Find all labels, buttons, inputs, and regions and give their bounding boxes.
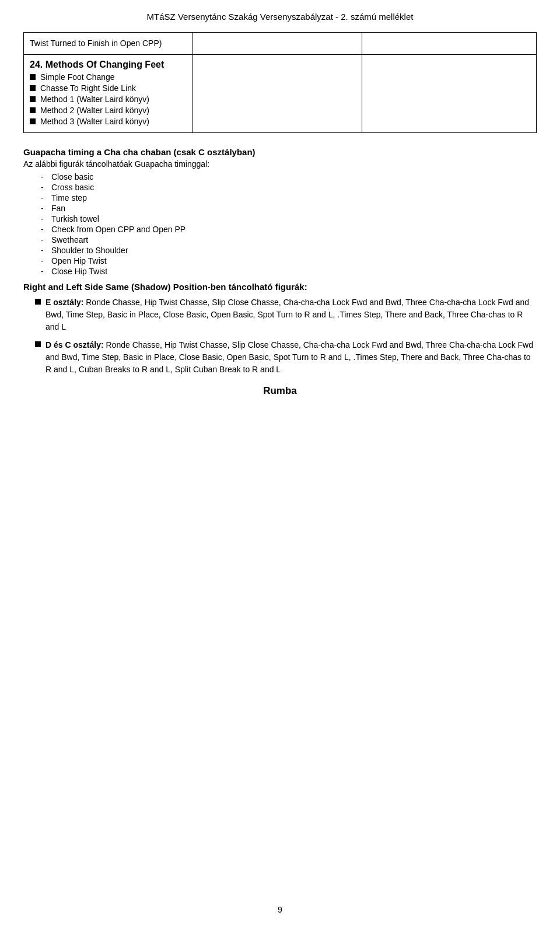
- list-item-4: Method 2 (Walter Laird könyv): [30, 106, 187, 115]
- bullet-section-e: E osztály: Ronde Chasse, Hip Twist Chass…: [35, 296, 537, 376]
- page-header: MTáSZ Versenytánc Szakág Versenyszabályz…: [23, 12, 537, 22]
- guapacha-item-4: Fan: [41, 204, 537, 213]
- page-number: 9: [278, 905, 282, 914]
- list-item-2: Chasse To Right Side Link: [30, 83, 187, 93]
- guapacha-section: Guapacha timing a Cha cha chaban (csak C…: [23, 147, 537, 276]
- table-row-top: Twist Turned to Finish in Open CPP): [24, 33, 537, 55]
- table-row-methods: 24. Methods Of Changing Feet Simple Foot…: [24, 55, 537, 133]
- bullet-icon-5: [30, 118, 36, 124]
- table-cell-methods-right: [362, 55, 537, 133]
- list-item-1: Simple Foot Change: [30, 72, 187, 82]
- table-cell-methods: 24. Methods Of Changing Feet Simple Foot…: [24, 55, 193, 133]
- guapacha-item-6: Check from Open CPP and Open PP: [41, 225, 537, 234]
- shadow-title: Right and Left Side Same (Shadow) Positi…: [23, 282, 537, 292]
- guapacha-item-1: Close basic: [41, 172, 537, 181]
- e-osztaly-text: Ronde Chasse, Hip Twist Chasse, Slip Clo…: [46, 298, 529, 331]
- d-c-osztaly-text: Ronde Chasse, Hip Twist Chasse, Slip Clo…: [46, 340, 533, 374]
- e-osztaly-para: E osztály: Ronde Chasse, Hip Twist Chass…: [35, 296, 537, 333]
- section-title: 24. Methods Of Changing Feet: [30, 60, 187, 70]
- guapacha-item-9: Open Hip Twist: [41, 256, 537, 265]
- bullet-icon-dc: [35, 341, 41, 347]
- twist-text: Twist Turned to Finish in Open CPP): [30, 37, 187, 50]
- guapacha-title: Guapacha timing a Cha cha chaban (csak C…: [23, 147, 537, 157]
- table-cell-top-left: Twist Turned to Finish in Open CPP): [24, 33, 193, 55]
- e-osztaly-content: E osztály: Ronde Chasse, Hip Twist Chass…: [46, 296, 537, 333]
- main-table: Twist Turned to Finish in Open CPP) 24. …: [23, 32, 537, 133]
- list-item-3: Method 1 (Walter Laird könyv): [30, 95, 187, 104]
- table-cell-top-mid: [193, 33, 362, 55]
- header-title: MTáSZ Versenytánc Szakág Versenyszabályz…: [147, 12, 414, 22]
- shadow-section: Right and Left Side Same (Shadow) Positi…: [23, 282, 537, 376]
- guapacha-item-3: Time step: [41, 193, 537, 202]
- guapacha-subtitle: Az alábbi figurák táncolhatóak Guapacha …: [23, 159, 537, 169]
- guapacha-item-5: Turkish towel: [41, 214, 537, 223]
- d-c-osztaly-content: D és C osztály: Ronde Chasse, Hip Twist …: [46, 339, 537, 376]
- guapacha-item-2: Cross basic: [41, 183, 537, 192]
- e-osztaly-label: E osztály:: [46, 298, 83, 307]
- bullet-icon-1: [30, 74, 36, 80]
- bullet-icon-4: [30, 107, 36, 113]
- page-container: MTáSZ Versenytánc Szakág Versenyszabályz…: [0, 0, 560, 926]
- d-c-osztaly-para: D és C osztály: Ronde Chasse, Hip Twist …: [35, 339, 537, 376]
- bullet-icon-e: [35, 299, 41, 305]
- guapacha-item-10: Close Hip Twist: [41, 267, 537, 276]
- guapacha-item-8: Shoulder to Shoulder: [41, 246, 537, 255]
- guapacha-list: Close basic Cross basic Time step Fan Tu…: [41, 172, 537, 276]
- list-item-5: Method 3 (Walter Laird könyv): [30, 117, 187, 126]
- table-cell-top-right: [362, 33, 537, 55]
- bullet-icon-2: [30, 85, 36, 91]
- page-footer: 9: [0, 905, 560, 914]
- bullet-icon-3: [30, 96, 36, 102]
- rumba-title: Rumba: [23, 385, 537, 397]
- d-c-osztaly-label: D és C osztály:: [46, 340, 104, 350]
- table-cell-methods-mid: [193, 55, 362, 133]
- guapacha-item-7: Swetheart: [41, 235, 537, 244]
